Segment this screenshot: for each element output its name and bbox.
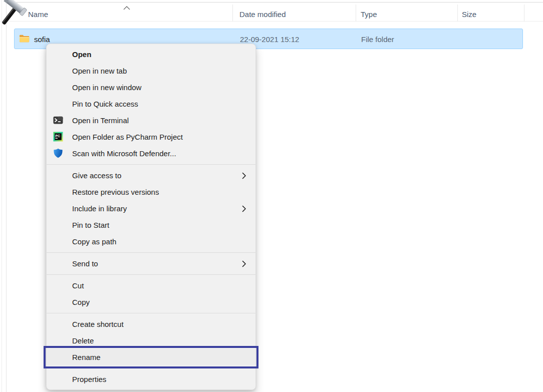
menu-item-open-in-new-tab[interactable]: Open in new tab [47,63,255,79]
menu-item-cut[interactable]: Cut [47,277,255,294]
menu-item-pin-to-quick-access[interactable]: Pin to Quick access [47,96,255,112]
hammer-cursor-icon [0,0,30,32]
menu-item-open-in-new-window[interactable]: Open in new window [47,79,255,96]
menu-item-properties[interactable]: Properties [47,371,255,387]
column-separator[interactable] [356,5,356,22]
svg-text:PC: PC [55,134,60,138]
menu-item-give-access-to[interactable]: Give access to [47,167,255,184]
menu-item-label: Include in library [72,204,236,213]
submenu-chevron-icon [242,205,246,212]
menu-item-label: Copy as path [72,237,246,246]
menu-item-label: Restore previous versions [72,188,246,196]
column-header-date-modified[interactable]: Date modified [239,7,286,21]
column-separator[interactable] [232,5,233,22]
menu-item-copy-as-path[interactable]: Copy as path [47,233,255,250]
menu-separator [47,274,255,275]
menu-item-label: Cut [72,281,246,290]
menu-item-label: Pin to Quick access [72,100,246,108]
menu-item-label: Open in Terminal [72,116,246,125]
menu-separator [47,368,255,368]
file-name: sofia [34,35,50,43]
menu-item-rename[interactable]: Rename [47,349,255,365]
menu-item-send-to[interactable]: Send to [47,255,255,272]
header-top-border [6,2,543,3]
column-header-label: Name [28,10,48,19]
sort-ascending-icon [123,3,130,12]
menu-item-label: Delete [72,336,246,345]
menu-separator [47,313,255,313]
menu-item-delete[interactable]: Delete [47,332,255,349]
menu-item-label: Properties [72,375,246,383]
menu-item-label: Scan with Microsoft Defender... [72,149,246,158]
terminal-icon [53,115,63,125]
menu-item-label: Open in new tab [72,67,246,75]
menu-item-copy[interactable]: Copy [47,294,255,310]
folder-icon [19,34,30,45]
file-type: File folder [361,35,394,43]
column-separator[interactable] [524,5,524,22]
pane-divider-inner [6,2,7,392]
submenu-chevron-icon [242,172,246,179]
menu-item-label: Open [72,50,246,59]
menu-item-open-in-terminal[interactable]: Open in Terminal [47,112,255,129]
column-header-label: Date modified [239,10,286,19]
defender-shield-icon [53,148,63,158]
column-header-name[interactable]: Name [28,7,48,21]
menu-separator [47,252,255,253]
menu-item-scan-with-microsoft-defender[interactable]: Scan with Microsoft Defender... [47,145,255,162]
file-date-modified: 22-09-2021 15:12 [240,35,299,43]
menu-item-label: Open Folder as PyCharm Project [72,133,246,141]
menu-item-label: Create shortcut [72,320,246,328]
column-header-label: Type [361,10,377,19]
menu-item-create-shortcut[interactable]: Create shortcut [47,316,255,332]
pane-divider-outer [2,0,2,392]
menu-item-restore-previous-versions[interactable]: Restore previous versions [47,184,255,200]
column-header-type[interactable]: Type [361,7,377,21]
menu-item-label: Copy [72,298,246,306]
submenu-chevron-icon [242,260,246,267]
column-separator[interactable] [457,5,458,22]
menu-item-label: Pin to Start [72,221,246,229]
menu-item-pin-to-start[interactable]: Pin to Start [47,217,255,233]
menu-item-open-folder-as-pycharm-project[interactable]: PC Open Folder as PyCharm Project [47,129,255,145]
menu-item-label: Open in new window [72,83,246,92]
header-bottom-border [0,21,543,22]
menu-item-include-in-library[interactable]: Include in library [47,200,255,217]
menu-separator [47,164,255,165]
column-header-size[interactable]: Size [462,7,476,21]
menu-item-label: Rename [72,353,246,361]
column-header-label: Size [462,10,476,19]
pycharm-icon: PC [53,132,63,142]
menu-item-open[interactable]: Open [47,46,255,63]
context-menu: Open Open in new tab Open in new window … [46,44,256,390]
menu-item-label: Give access to [72,171,236,180]
menu-item-label: Send to [72,259,236,268]
